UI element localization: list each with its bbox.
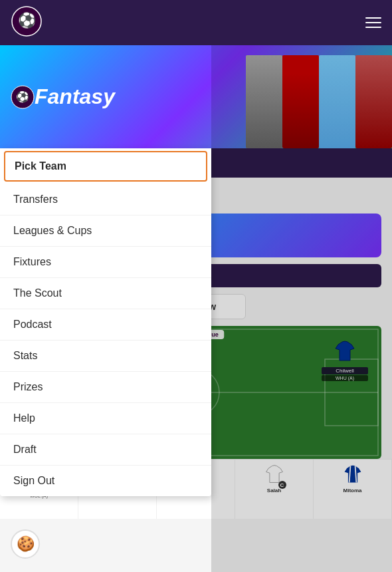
fantasy-header: ⚽ Fantasy xyxy=(0,45,392,148)
player-photo-4 xyxy=(355,55,392,148)
fantasy-logo-area: ⚽ Fantasy xyxy=(0,84,126,109)
chilwell-match-badge: WHU (A) xyxy=(322,375,368,381)
svg-text:⚽: ⚽ xyxy=(16,90,29,103)
dropdown-item-podcast[interactable]: Podcast xyxy=(0,309,211,341)
top-navigation: ⚽ xyxy=(0,0,392,45)
dropdown-item-transfers[interactable]: Transfers xyxy=(0,184,211,215)
dropdown-item-pick-team[interactable]: Pick Team xyxy=(4,151,207,182)
dropdown-item-prizes[interactable]: Prizes xyxy=(0,372,211,403)
strip-player-salah2[interactable]: C Salah xyxy=(235,460,314,519)
player-chilwell[interactable]: Chilwell WHU (A) xyxy=(322,339,368,381)
header-player-photos xyxy=(246,49,392,148)
svg-text:⚽: ⚽ xyxy=(18,11,37,29)
dropdown-item-stats[interactable]: Stats xyxy=(0,341,211,372)
dropdown-item-leagues-cups[interactable]: Leagues & Cups xyxy=(0,215,211,247)
fantasy-title: Fantasy xyxy=(35,84,115,109)
player-photo-3 xyxy=(319,55,355,148)
dropdown-item-draft[interactable]: Draft xyxy=(0,434,211,466)
dropdown-item-the-scout[interactable]: The Scout xyxy=(0,278,211,309)
pl-logo: ⚽ xyxy=(11,5,43,40)
player-photo-1 xyxy=(246,55,282,148)
captain-badge: C xyxy=(278,481,286,489)
dropdown-item-sign-out[interactable]: Sign Out xyxy=(0,466,211,496)
hamburger-menu-button[interactable] xyxy=(365,17,381,28)
cookie-icon: 🍪 xyxy=(17,535,35,553)
salah2-name: Salah xyxy=(237,488,312,494)
fantasy-pl-logo: ⚽ xyxy=(11,85,35,109)
chilwell-shirt-icon xyxy=(333,339,357,363)
dropdown-item-fixtures[interactable]: Fixtures xyxy=(0,247,211,278)
dropdown-item-help[interactable]: Help xyxy=(0,403,211,434)
player-photo-2 xyxy=(282,55,319,148)
chilwell-name-badge: Chilwell xyxy=(322,367,368,374)
dropdown-menu: Pick Team Transfers Leagues & Cups Fixtu… xyxy=(0,148,211,496)
strip-player-mitoma[interactable]: Mitoma xyxy=(314,460,392,519)
cookie-preferences-button[interactable]: 🍪 xyxy=(11,529,40,559)
mitoma-name: Mitoma xyxy=(315,488,390,494)
mitoma-shirt-icon xyxy=(342,464,363,485)
